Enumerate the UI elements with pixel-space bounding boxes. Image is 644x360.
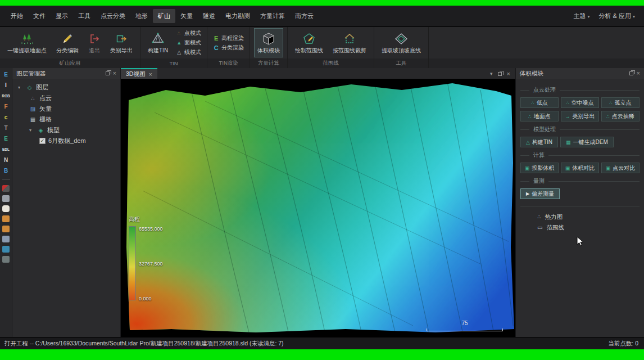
- expand-caret-icon[interactable]: ▾: [29, 128, 34, 133]
- close-panel-icon[interactable]: ×: [637, 71, 640, 76]
- ribbon-group-volume-calc: 体积模块 方量计算: [250, 27, 288, 68]
- cloud-compare-button[interactable]: ▣点云对比: [601, 163, 640, 173]
- exit-button[interactable]: 退出: [85, 28, 104, 57]
- volume-compare-button[interactable]: ▣体积对比: [561, 163, 599, 173]
- exit-icon: [88, 32, 101, 46]
- draw-range-button[interactable]: 绘制范围线: [292, 28, 326, 57]
- triangle-icon: △: [526, 140, 530, 145]
- line-mode-button[interactable]: △ 线模式: [174, 48, 203, 57]
- menu-item-tools[interactable]: 工具: [73, 9, 96, 23]
- strip-icon-c[interactable]: c: [1, 114, 11, 121]
- strip-icon-b[interactable]: B: [1, 167, 11, 174]
- generate-dem-button[interactable]: ▦一键生成DEM: [560, 137, 614, 147]
- menu-item-mining[interactable]: 矿山: [153, 9, 175, 23]
- tree-item-dem-layer[interactable]: ✓ 6月数据_dem: [15, 136, 118, 146]
- clip-by-range-button[interactable]: 按范围线裁剪: [329, 28, 370, 57]
- strip-icon-f[interactable]: F: [1, 103, 11, 110]
- raster-icon: ▦: [29, 116, 37, 123]
- strip-icon-intensity[interactable]: I: [1, 82, 11, 89]
- menu-item-pointcloud-classify[interactable]: 点云分类: [96, 9, 130, 23]
- strip-icon-t[interactable]: T: [1, 124, 11, 132]
- strip-icon-edl[interactable]: EDL: [1, 146, 11, 153]
- isolated-point-button[interactable]: ∴孤立点: [601, 97, 640, 108]
- box-tool-icon-5[interactable]: [2, 256, 10, 263]
- ribbon-group-tin: 构建TIN ∴ 点模式 ▲ 面模式 △ 线模式: [140, 27, 207, 68]
- point-mode-icon: ∴: [176, 30, 182, 36]
- elevation-render-button[interactable]: E 高程渲染: [211, 34, 246, 42]
- flag-tool-icon[interactable]: [2, 185, 10, 192]
- points-icon: ∴: [531, 100, 534, 106]
- tab-list-dropdown-icon[interactable]: ▾: [490, 71, 493, 76]
- box-tool-icon-1[interactable]: [2, 215, 10, 222]
- box-tool-icon-4[interactable]: [2, 246, 10, 253]
- tree-item-layers-root[interactable]: ▾ ◇ 图层: [15, 82, 118, 93]
- cube-icon: ▣: [565, 165, 570, 171]
- point-mode-button[interactable]: ∴ 点模式: [174, 29, 203, 38]
- tree-item-vector[interactable]: ▨ 矢量: [15, 104, 118, 114]
- float-panel-icon[interactable]: [629, 71, 633, 75]
- section-point-processing: 点云处理: [520, 86, 640, 94]
- close-tab-icon[interactable]: ×: [148, 71, 152, 78]
- tab-3d-view[interactable]: 3D视图 ×: [121, 68, 157, 79]
- layer-visibility-checkbox[interactable]: ✓: [39, 138, 46, 144]
- menu-item-tunnel[interactable]: 隧道: [198, 9, 220, 23]
- menu-item-power-survey[interactable]: 电力勘测: [220, 9, 255, 23]
- restore-view-icon[interactable]: [498, 72, 502, 76]
- build-tin-button-panel[interactable]: △构建TIN: [520, 137, 558, 147]
- pencil-icon: [61, 32, 74, 46]
- low-point-button[interactable]: ∴低点: [520, 97, 559, 108]
- box-tool-icon-2[interactable]: [2, 226, 10, 232]
- legend-max-value: 65535.000: [139, 226, 163, 232]
- thin-points-button[interactable]: ∴点云抽稀: [601, 111, 640, 122]
- ribbon-group-mining-app: 一键提取地面点 分类编辑 退出: [0, 27, 140, 68]
- extract-ground-button[interactable]: 一键提取地面点: [4, 28, 50, 57]
- class-render-icon: C: [213, 44, 219, 51]
- menu-item-volume-calc[interactable]: 方量计算: [255, 9, 290, 23]
- ribbon-filler: [429, 27, 644, 68]
- top-green-strip: [0, 0, 644, 6]
- theme-menu[interactable]: 主题 ▾: [573, 12, 589, 20]
- strip-icon-rgb[interactable]: RGB: [1, 92, 11, 100]
- class-export-button[interactable]: 类别导出: [107, 28, 136, 57]
- strip-icon-elevation[interactable]: E: [1, 71, 11, 78]
- strip-icon-e2[interactable]: E: [1, 135, 11, 142]
- class-export-button-panel[interactable]: →类别导出: [561, 111, 599, 122]
- menu-item-start[interactable]: 开始: [6, 9, 28, 23]
- menu-item-file[interactable]: 文件: [28, 9, 51, 23]
- analysis-app-menu[interactable]: 分析 & 应用 ▾: [598, 12, 635, 20]
- close-panel-icon[interactable]: ×: [113, 71, 116, 76]
- ground-point-button[interactable]: ∴地面点: [520, 111, 559, 122]
- menu-item-terrain[interactable]: 地形: [130, 9, 153, 23]
- menu-item-vector[interactable]: 矢量: [175, 9, 198, 23]
- menu-item-display[interactable]: 显示: [51, 9, 73, 23]
- air-noise-button[interactable]: ∴空中噪点: [561, 97, 599, 108]
- cube-icon: ▣: [525, 165, 530, 171]
- tree-item-point-cloud[interactable]: ∴ 点云: [15, 93, 118, 104]
- scale-value: 75: [461, 320, 468, 326]
- classify-edit-button[interactable]: 分类编辑: [53, 28, 82, 57]
- tin-mesh-icon: [151, 32, 165, 46]
- build-tin-button[interactable]: 构建TIN: [144, 28, 171, 57]
- volume-module-button[interactable]: 体积模块: [254, 28, 283, 57]
- cube-tool-icon[interactable]: [2, 195, 10, 202]
- menu-item-south-cloud[interactable]: 南方云: [290, 9, 319, 23]
- projection-volume-button[interactable]: ▣投影体积: [520, 163, 559, 173]
- face-mode-button[interactable]: ▲ 面模式: [174, 39, 203, 47]
- rangeline-item[interactable]: ▭范围线: [520, 222, 640, 233]
- pan-hand-icon[interactable]: [2, 205, 10, 212]
- close-view-icon[interactable]: ×: [507, 70, 510, 77]
- class-render-button[interactable]: C 分类渲染: [211, 43, 246, 52]
- box-tool-icon-3[interactable]: [2, 236, 10, 242]
- expand-caret-icon[interactable]: ▾: [18, 85, 23, 90]
- strip-icon-n[interactable]: N: [1, 156, 11, 164]
- 3d-viewport[interactable]: 高程 65535.000 32767.500 0.000 75: [121, 79, 515, 337]
- heatmap-item[interactable]: ∴热力图: [520, 212, 640, 222]
- float-panel-icon[interactable]: [106, 71, 110, 75]
- deviation-measure-button[interactable]: ▶偏差测量: [520, 188, 560, 199]
- volume-module-title: 体积模块: [520, 70, 543, 78]
- bottom-green-strip: [0, 349, 644, 360]
- extract-slope-button[interactable]: 提取坡顶坡底线: [378, 28, 424, 57]
- tree-item-model[interactable]: ▾ ◈ 模型: [15, 125, 118, 136]
- legend-mid-value: 32767.500: [139, 261, 163, 267]
- tree-item-raster[interactable]: ▦ 栅格: [15, 114, 118, 125]
